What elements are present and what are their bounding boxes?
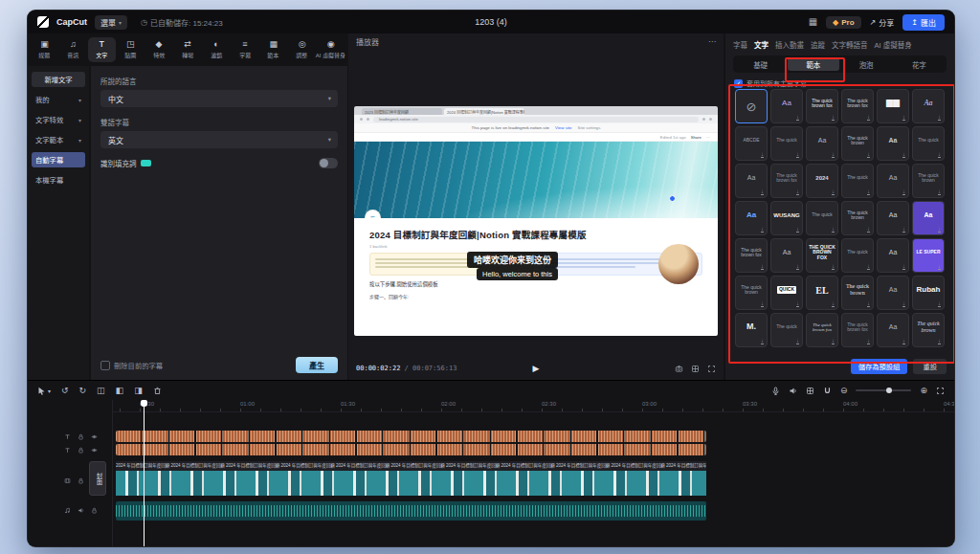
properties-tab[interactable]: 追蹤 <box>811 39 825 50</box>
properties-tab[interactable]: AI 虛擬替身 <box>875 39 912 50</box>
template-tile[interactable]: Aa↓ <box>735 201 768 235</box>
lock-icon[interactable] <box>78 477 84 484</box>
download-icon[interactable]: ↓ <box>796 300 799 307</box>
template-tile[interactable]: Aa↓ <box>770 89 803 123</box>
download-icon[interactable]: ↓ <box>832 338 835 344</box>
template-tile[interactable]: The quick brown↓ <box>841 276 874 310</box>
apply-all-checkbox[interactable]: ✓ <box>734 79 743 88</box>
properties-tab[interactable]: 文字 <box>754 39 768 50</box>
template-tile[interactable]: The quick brown fox↓ <box>841 313 874 347</box>
template-tile[interactable]: Aa↓ <box>877 201 909 235</box>
media-tab[interactable]: ▦範本 <box>259 37 287 62</box>
sidebar-item[interactable]: 本機字幕 <box>32 172 85 188</box>
download-icon[interactable]: ↓ <box>796 114 799 121</box>
download-icon[interactable]: ↓ <box>796 226 799 233</box>
download-icon[interactable]: ↓ <box>938 263 941 270</box>
media-tab[interactable]: ⇄轉場 <box>174 37 202 62</box>
split-view-icon[interactable] <box>691 365 700 373</box>
browser-tab[interactable]: 2023 目標制訂與年度回顧 <box>362 108 442 115</box>
template-tile[interactable]: ▆▆↓ <box>877 89 909 123</box>
template-tile[interactable]: The quick↓ <box>806 201 838 235</box>
template-tile[interactable]: The quick brown fox↓ <box>770 164 803 198</box>
download-icon[interactable]: ↓ <box>938 151 941 158</box>
template-tile[interactable]: The quick brown↓ <box>735 276 768 310</box>
download-icon[interactable]: ↓ <box>761 226 764 233</box>
style-subtab[interactable]: 花字 <box>894 57 945 71</box>
cover-button[interactable]: 封面 <box>89 461 106 496</box>
download-icon[interactable]: ↓ <box>938 188 941 195</box>
style-subtab[interactable]: 基礎 <box>735 57 786 71</box>
download-icon[interactable]: ↓ <box>761 300 764 307</box>
template-tile[interactable]: Aa↓ <box>912 89 945 123</box>
download-icon[interactable]: ↓ <box>867 300 870 307</box>
template-tile[interactable]: LE SUPER↓ <box>912 238 945 273</box>
download-icon[interactable]: ↓ <box>796 263 799 270</box>
template-tile[interactable]: WUSANG↓ <box>770 201 803 235</box>
browser-tab-active[interactable]: 2024 目標制訂與年度回顧|Notion 實戰課程專屬模版 <box>444 108 524 115</box>
select-tool[interactable]: ▾ <box>37 387 51 395</box>
save-preset-button[interactable]: 儲存為預設組 <box>851 359 908 374</box>
template-tile[interactable]: The quick↓ <box>770 126 803 161</box>
sidebar-item[interactable]: 我的▾ <box>32 92 85 107</box>
template-tile[interactable]: Aa↓ <box>770 238 803 273</box>
trim-left-icon[interactable]: ◧ <box>116 387 124 395</box>
template-tile[interactable]: THE QUICK BROWN FOX↓ <box>806 238 838 273</box>
download-icon[interactable]: ↓ <box>867 188 870 195</box>
spoken-language-select[interactable]: 中文▾ <box>100 90 338 107</box>
template-tile[interactable]: M.↓ <box>735 313 768 347</box>
split-icon[interactable]: ◫ <box>97 387 105 395</box>
zoom-slider-knob[interactable] <box>886 388 892 393</box>
delete-current-checkbox[interactable] <box>100 361 110 370</box>
delete-icon[interactable] <box>153 387 162 395</box>
media-tab[interactable]: T文字 <box>88 37 116 62</box>
sidebar-item[interactable]: 新增文字 <box>32 72 85 87</box>
speaker-icon[interactable] <box>789 387 797 395</box>
template-tile[interactable]: The quick↓ <box>770 313 803 347</box>
template-tile[interactable]: The quick brown↓ <box>841 126 874 161</box>
template-tile[interactable]: Aa↓ <box>877 313 909 347</box>
fit-timeline-icon[interactable] <box>936 387 945 395</box>
properties-tab[interactable]: 插入動畫 <box>775 39 804 50</box>
download-icon[interactable]: ↓ <box>867 338 870 344</box>
template-tile[interactable]: Rubah↓ <box>912 276 945 310</box>
template-tile[interactable]: QUICK↓ <box>770 276 803 310</box>
trim-right-icon[interactable]: ◨ <box>134 387 143 395</box>
template-tile[interactable]: EL↓ <box>806 276 838 310</box>
download-icon[interactable]: ↓ <box>832 151 835 158</box>
timeline-ruler[interactable]: 00:3001:0001:3002:0002:3003:0003:3004:00… <box>112 400 954 412</box>
zoom-in-icon[interactable]: ⊕ <box>920 386 927 395</box>
download-icon[interactable]: ↓ <box>867 263 870 270</box>
media-tab[interactable]: ◎調整 <box>288 37 316 62</box>
playhead[interactable] <box>144 406 145 546</box>
download-icon[interactable]: ↓ <box>902 226 905 233</box>
template-tile[interactable]: Aa↓ <box>735 164 768 198</box>
video-clip[interactable]: 2024 年目標制訂與年度回顧 2024 年目標制訂與年度回顧 2024 年目標… <box>116 461 706 496</box>
magnet-icon[interactable] <box>823 387 832 395</box>
template-tile[interactable]: 2024↓ <box>806 164 838 198</box>
fullscreen-icon[interactable] <box>707 365 716 373</box>
template-tile[interactable]: ABCDE↓ <box>735 126 768 161</box>
template-tile[interactable]: The quick↓ <box>912 126 945 161</box>
hide-track-icon[interactable] <box>91 447 98 454</box>
redo-icon[interactable]: ↻ <box>79 387 87 395</box>
text-clip-track-1[interactable] <box>116 431 706 442</box>
download-icon[interactable]: ↓ <box>938 338 941 344</box>
media-tab[interactable]: ≡字幕 <box>231 37 258 62</box>
subtitle-overlay-en[interactable]: Hello, welcome to this <box>477 268 558 280</box>
download-icon[interactable]: ↓ <box>761 151 764 158</box>
menu-button[interactable]: 選單▾ <box>95 15 127 30</box>
text-clip-track-2[interactable] <box>116 444 706 455</box>
template-tile[interactable]: Aa↓ <box>877 164 909 198</box>
share-button[interactable]: ↗分享 <box>870 17 895 28</box>
template-tile[interactable]: The quick brown↓ <box>841 201 874 235</box>
download-icon[interactable]: ↓ <box>796 338 799 344</box>
template-tile[interactable]: The quick brown fox↓ <box>735 238 768 273</box>
video-preview[interactable]: 2023 目標制訂與年度回顧 2024 目標制訂與年度回顧|Notion 實戰課… <box>354 106 718 336</box>
timeline-zoom-slider[interactable] <box>856 389 911 391</box>
filler-words-toggle[interactable] <box>319 158 338 168</box>
lock-icon[interactable] <box>78 447 84 454</box>
hide-track-icon[interactable] <box>91 433 98 440</box>
play-button[interactable]: ▶ <box>533 364 540 373</box>
template-tile[interactable]: The quick brown fox↓ <box>841 89 874 123</box>
download-icon[interactable]: ↓ <box>902 114 905 121</box>
